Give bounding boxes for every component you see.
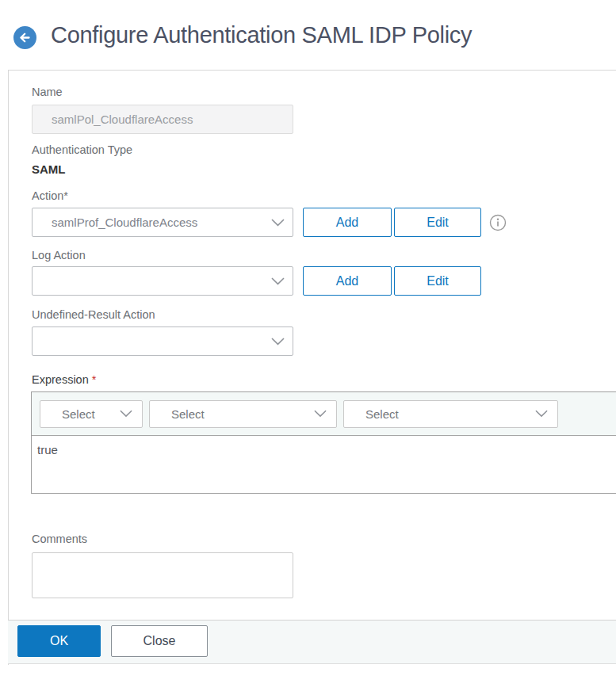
- expression-label: Expression *: [32, 373, 96, 386]
- chevron-down-icon: [271, 219, 285, 227]
- action-select[interactable]: samlProf_CloudflareAccess: [32, 208, 293, 237]
- action-label: Action*: [32, 189, 68, 202]
- info-icon[interactable]: [489, 214, 507, 231]
- expression-select-2[interactable]: Select: [149, 400, 337, 428]
- expression-select-1[interactable]: Select: [40, 400, 143, 428]
- log-action-select[interactable]: [32, 266, 293, 296]
- page-title: Configure Authentication SAML IDP Policy: [51, 22, 472, 48]
- required-asterisk: *: [92, 373, 97, 386]
- back-button[interactable]: [13, 26, 36, 49]
- expression-editor: Select Select Select true: [31, 391, 616, 494]
- chevron-down-icon: [271, 338, 285, 346]
- expression-input[interactable]: true: [32, 436, 616, 493]
- action-add-button[interactable]: Add: [303, 208, 392, 237]
- comments-label: Comments: [32, 533, 87, 545]
- close-button[interactable]: Close: [111, 625, 208, 657]
- log-action-edit-button[interactable]: Edit: [394, 266, 481, 296]
- chevron-down-icon: [535, 410, 548, 418]
- undefined-result-action-select[interactable]: [32, 326, 293, 356]
- action-edit-button[interactable]: Edit: [394, 208, 481, 237]
- chevron-down-icon: [314, 410, 327, 418]
- log-action-label: Log Action: [32, 249, 86, 262]
- expression-select-3[interactable]: Select: [343, 400, 558, 428]
- chevron-down-icon: [271, 277, 285, 285]
- undefined-result-action-label: Undefined-Result Action: [32, 308, 155, 321]
- chevron-down-icon: [120, 410, 132, 418]
- arrow-left-icon: [18, 31, 32, 44]
- name-label: Name: [32, 86, 63, 98]
- expression-toolbar: Select Select Select: [32, 392, 616, 436]
- ok-button[interactable]: OK: [17, 625, 101, 657]
- authentication-type-value: SAML: [32, 162, 66, 176]
- comments-input[interactable]: [32, 552, 293, 598]
- authentication-type-label: Authentication Type: [32, 143, 132, 156]
- name-input[interactable]: [32, 105, 293, 134]
- log-action-add-button[interactable]: Add: [303, 266, 392, 296]
- action-select-value: samlProf_CloudflareAccess: [33, 216, 271, 229]
